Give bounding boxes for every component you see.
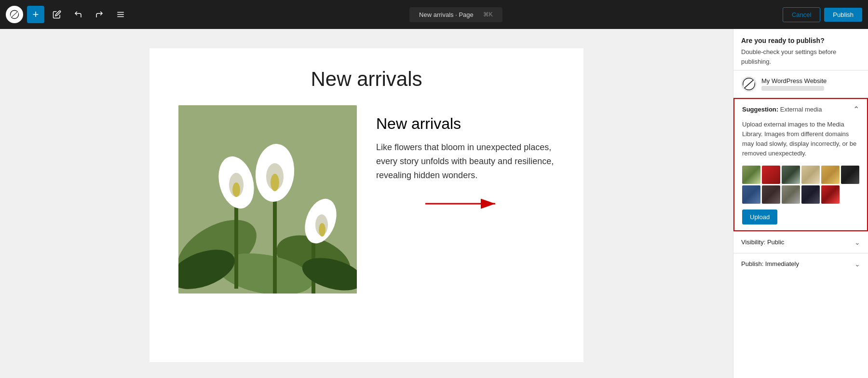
toolbar: + New arrivals · Page ⌘K Cancel Pu — [0, 0, 868, 29]
wp-logo — [6, 6, 23, 23]
thumbnail-1 — [742, 166, 760, 184]
visibility-label: Visibility: Public — [741, 238, 784, 246]
editor-canvas: New arrivals — [0, 29, 733, 378]
editor-body-text: Like flowers that bloom in unexpected pl… — [376, 140, 555, 182]
redo-button[interactable] — [91, 6, 108, 23]
suggestion-text: Upload external images to the Media Libr… — [742, 120, 859, 159]
suggestion-type: External media — [780, 106, 822, 113]
svg-point-15 — [271, 174, 279, 191]
svg-point-18 — [319, 223, 326, 237]
thumbnail-3 — [782, 166, 800, 184]
publish-time-chevron-icon: ⌄ — [854, 260, 860, 268]
editor-text-section: New arrivals Like flowers that bloom in … — [376, 105, 555, 182]
editor-title: New arrivals — [178, 68, 555, 91]
thumbnail-8 — [762, 185, 780, 204]
publish-time-row[interactable]: Publish: Immediately ⌄ — [733, 253, 868, 275]
site-name-container: My WordPress Website — [761, 77, 827, 91]
suggestion-keyword: Suggestion: — [742, 106, 778, 113]
sidebar-header: Are you ready to publish? Double-check y… — [733, 29, 868, 70]
thumbnail-10 — [801, 185, 820, 204]
thumbnail-grid — [742, 166, 859, 204]
visibility-row[interactable]: Visibility: Public ⌄ — [733, 231, 868, 253]
svg-point-12 — [232, 182, 240, 197]
publish-button[interactable]: Publish — [824, 8, 862, 22]
suggestion-label: Suggestion: External media — [742, 106, 822, 113]
thumbnail-11 — [821, 185, 840, 204]
publish-description: Double-check your settings before publis… — [741, 47, 860, 66]
thumbnail-6 — [841, 166, 859, 184]
undo-button[interactable] — [69, 6, 87, 23]
toolbar-center: New arrivals · Page ⌘K — [133, 7, 779, 22]
publish-question: Are you ready to publish? — [741, 37, 860, 44]
site-url-bar — [761, 86, 824, 91]
edit-icon-button[interactable] — [48, 6, 66, 23]
site-name: My WordPress Website — [761, 77, 827, 84]
cancel-button[interactable]: Cancel — [783, 7, 820, 22]
page-title-text: New arrivals · Page — [419, 11, 474, 18]
suggestion-box: Suggestion: External media ⌃ Upload exte… — [733, 98, 868, 231]
wp-site-icon — [741, 76, 757, 92]
main-area: New arrivals — [0, 29, 868, 378]
thumbnail-7 — [742, 185, 760, 204]
upload-button[interactable]: Upload — [742, 210, 777, 224]
thumbnail-5 — [821, 166, 840, 184]
thumbnail-9 — [782, 185, 800, 204]
thumbnail-4 — [801, 166, 820, 184]
suggestion-body: Upload external images to the Media Libr… — [734, 118, 867, 230]
suggestion-collapse-button[interactable]: ⌃ — [853, 105, 859, 114]
site-info: My WordPress Website — [733, 70, 868, 98]
visibility-chevron-icon: ⌄ — [854, 238, 860, 246]
thumbnail-2 — [762, 166, 780, 184]
publish-sidebar: Are you ready to publish? Double-check y… — [733, 29, 868, 378]
page-title-bar[interactable]: New arrivals · Page ⌘K — [409, 7, 502, 22]
shortcut-badge: ⌘K — [483, 11, 493, 18]
editor-flower-image — [178, 105, 357, 294]
list-view-button[interactable] — [112, 6, 129, 23]
toolbar-actions: Cancel Publish — [783, 7, 862, 22]
editor-subtitle: New arrivals — [376, 115, 555, 133]
suggestion-header: Suggestion: External media ⌃ — [734, 99, 867, 118]
editor-content: New arrivals — [149, 48, 583, 362]
publish-time-label: Publish: Immediately — [741, 260, 799, 267]
add-block-button[interactable]: + — [27, 6, 44, 23]
